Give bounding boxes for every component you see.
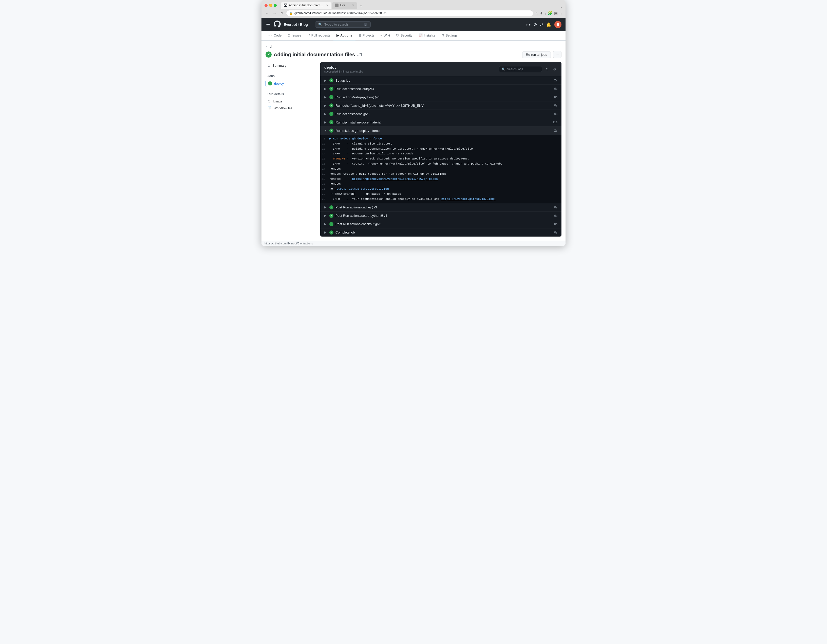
log-refresh-button[interactable]: ↻ (545, 66, 549, 72)
log-settings-button[interactable]: ⚙ (552, 66, 557, 72)
step-row-post-checkout[interactable]: ▶ ✓ Post Run actions/checkout@v3 0s (320, 220, 562, 228)
bookmark-icon[interactable]: ☆ (535, 11, 538, 16)
nav-item-settings[interactable]: ⚙ Settings (438, 31, 460, 40)
nav-item-code[interactable]: <> Code (265, 31, 284, 40)
sidebar-item-usage[interactable]: ⏱ Usage (265, 98, 316, 105)
extensions-icon[interactable]: 🧩 (548, 11, 552, 16)
log-line-23: 23 INFO - Your documentation should shor… (320, 197, 562, 202)
forward-button[interactable]: → (272, 10, 278, 16)
nav-label-settings: Settings (446, 33, 457, 37)
traffic-light-red[interactable] (265, 4, 268, 7)
notifications-icon-btn[interactable]: 🔔 (546, 22, 551, 27)
step-check-post-cache: ✓ (329, 205, 334, 209)
step-check-cache: ✓ (329, 112, 334, 116)
log-link-everoot-io[interactable]: https://Everoot.github.io/Blog/ (442, 197, 496, 200)
log-search[interactable]: 🔍 Search logs (499, 66, 542, 72)
log-line-21: 21 To https://github.com/Everoot/Blog (320, 186, 562, 191)
nav-item-actions[interactable]: ▶ Actions (334, 31, 356, 40)
step-name-mkdocs: Run mkdocs gh-deploy --force (335, 129, 550, 133)
step-row-pip[interactable]: ▶ ✓ Run pip install mkdocs-material 11s (320, 118, 562, 127)
more-options-icon[interactable]: ⋮ (559, 11, 563, 16)
workflow-file-icon: 📄 (268, 106, 272, 110)
download-icon[interactable]: ⬇ (540, 11, 543, 16)
step-row-setup-python[interactable]: ▶ ✓ Run actions/setup-python@v4 0s (320, 93, 562, 102)
log-line-13: 13 INFO - Building documentation to dire… (320, 146, 562, 152)
log-line-text-14: INFO - Documentation built in 0.41 secon… (329, 152, 413, 156)
back-button[interactable]: ← (264, 10, 270, 16)
issues-icon-btn[interactable]: ⊙ (534, 22, 537, 27)
step-time-mkdocs: 2s (550, 129, 557, 132)
step-chevron-complete: ▶ (324, 231, 327, 234)
tab-eve[interactable]: Eve ✕ (332, 2, 357, 9)
log-line-text-22: * [new branch] gh-pages -> gh-pages (329, 192, 401, 196)
more-options-button[interactable]: ··· (553, 51, 562, 58)
log-line-text-21: To https://github.com/Everoot/Blog (329, 187, 389, 191)
summary-icon: ⊙ (268, 64, 270, 67)
gh-search[interactable]: 🔍 Type / to search / (315, 21, 371, 28)
nav-item-pullrequests[interactable]: ⇄ Pull requests (304, 31, 334, 40)
tab-active[interactable]: Adding initial documentation f... ✕ (281, 2, 331, 9)
avatar[interactable]: E (554, 21, 562, 28)
address-field[interactable]: 🔒 github.com/Everoot/Blog/actions/runs/5… (286, 10, 533, 16)
step-chevron-python: ▶ (324, 95, 327, 99)
nav-item-security[interactable]: 🛡 Security (393, 31, 415, 40)
log-link-everoot-blog[interactable]: https://github.com/Everoot/Blog (335, 187, 389, 191)
log-line-text-23: INFO - Your documentation should shortly… (329, 197, 496, 201)
step-row-checkout[interactable]: ▶ ✓ Run actions/checkout@v3 0s (320, 85, 562, 93)
log-line-20: 20 remote: (320, 181, 562, 186)
reload-button[interactable]: ↻ (279, 10, 284, 16)
run-details-label: Run details (265, 91, 316, 97)
step-row-setup[interactable]: ▶ ✓ Set up job 2s (320, 76, 562, 85)
pullrequests-icon-btn[interactable]: ⇄ (540, 22, 543, 27)
step-time-echo: 0s (550, 104, 557, 107)
nav-label-actions: Actions (340, 33, 353, 37)
step-row-echo[interactable]: ▶ ✓ Run echo "cache_id=$(date --utc '+%V… (320, 102, 562, 110)
step-row-post-cache[interactable]: ▶ ✓ Post Run actions/cache@v3 0s (320, 203, 562, 211)
sidebar-icon[interactable]: ▣ (554, 11, 558, 16)
step-row-post-python[interactable]: ▶ ✓ Post Run actions/setup-python@v4 0s (320, 211, 562, 220)
rerun-all-button[interactable]: Re-run all jobs (522, 51, 551, 58)
back-breadcrumb[interactable]: ← ci (265, 45, 272, 48)
job-item-deploy[interactable]: ✓ deploy (265, 80, 316, 87)
log-line-num-21: 21 (320, 187, 329, 191)
step-check-post-python: ✓ (329, 214, 334, 218)
sidebar-jobs-label: Jobs (265, 73, 316, 79)
log-line-num-16: 16 (320, 161, 329, 166)
log-header: deploy succeeded 1 minute ago in 19s 🔍 S… (320, 62, 562, 76)
step-row-cache[interactable]: ▶ ✓ Run actions/cache@v3 0s (320, 110, 562, 118)
sidebar-item-summary[interactable]: ⊙ Summary (265, 62, 316, 69)
address-bar: ← → ↻ 🔒 github.com/Everoot/Blog/actions/… (262, 9, 565, 18)
log-line-17: 17 remote: (320, 166, 562, 171)
tabs-chevron-icon: ⌄ (560, 5, 562, 9)
step-time-python: 0s (550, 95, 557, 99)
nav-item-issues[interactable]: ⊙ Issues (284, 31, 304, 40)
breadcrumb-repo[interactable]: Blog (300, 23, 308, 27)
log-link-gh-pages[interactable]: https://github.com/Everoot/Blog/pull/new… (352, 177, 438, 181)
issues-icon: ⊙ (287, 33, 290, 37)
nav-item-projects[interactable]: ⊞ Projects (356, 31, 378, 40)
step-row-complete[interactable]: ▶ ✓ Complete job 0s (320, 228, 562, 236)
step-chevron-post-cache: ▶ (324, 206, 327, 209)
gh-header: ☰ Everoot / Blog 🔍 Type / to search / + … (262, 18, 565, 31)
step-name-pip: Run pip install mkdocs-material (335, 120, 550, 124)
sidebar-item-workflow-file[interactable]: 📄 Workflow file (265, 105, 316, 111)
log-line-num-13: 13 (320, 147, 329, 151)
breadcrumb-org[interactable]: Everoot (284, 23, 297, 27)
plus-button[interactable]: + ▾ (526, 23, 531, 27)
log-line-num-22: 22 (320, 192, 329, 196)
hamburger-button[interactable]: ☰ (265, 21, 271, 28)
step-row-mkdocs[interactable]: ▼ ✓ Run mkdocs gh-deploy --force 2s (320, 127, 562, 134)
tab-label-active: Adding initial documentation f... (289, 3, 325, 7)
tab-label-eve: Eve (340, 3, 345, 7)
new-tab-button[interactable]: + (358, 3, 365, 9)
traffic-lights (265, 4, 277, 7)
tab-close-eve[interactable]: ✕ (352, 4, 354, 7)
page-content: ← ci ✓ Adding initial documentation file… (262, 41, 565, 241)
nav-item-wiki[interactable]: ≡ Wiki (378, 31, 393, 40)
pullrequest-icon: ⇄ (307, 33, 310, 37)
nav-item-insights[interactable]: 📈 Insights (415, 31, 438, 40)
share-icon[interactable]: ↑ (545, 11, 546, 16)
traffic-light-green[interactable] (274, 4, 277, 7)
tab-close-active[interactable]: ✕ (326, 4, 328, 7)
traffic-light-yellow[interactable] (269, 4, 272, 7)
